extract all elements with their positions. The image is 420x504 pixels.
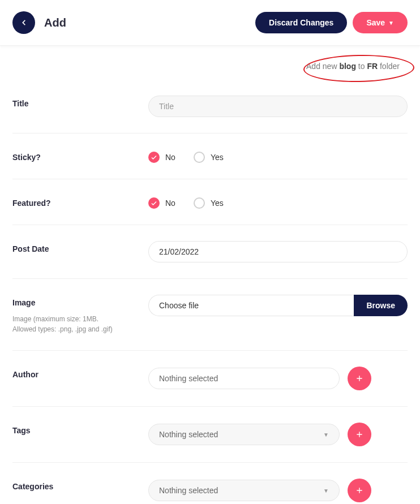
caret-down-icon: ▼	[388, 20, 394, 26]
radio-unchecked-icon	[194, 152, 205, 163]
field-col	[148, 96, 408, 117]
caret-down-icon: ▼	[323, 432, 329, 438]
plus-icon	[355, 374, 364, 383]
radio-label-no: No	[165, 153, 175, 162]
add-category-button[interactable]	[348, 479, 371, 502]
author-select-value: Nothing selected	[159, 374, 218, 383]
caret-down-icon: ▼	[323, 488, 329, 494]
radio-checked-icon	[148, 152, 160, 163]
plus-icon	[355, 430, 364, 439]
title-label: Title	[12, 96, 148, 108]
field-col	[148, 241, 408, 262]
back-button[interactable]	[12, 11, 35, 34]
radio-label-yes: Yes	[211, 153, 224, 162]
categories-select[interactable]: Nothing selected ▼	[148, 480, 340, 501]
label-col: Tags	[12, 423, 148, 446]
row-image: Image Image (maximum size: 1MB. Allowed …	[12, 279, 408, 351]
field-col: No Yes	[148, 195, 408, 209]
chevron-left-icon	[20, 19, 28, 27]
title-input[interactable]	[148, 96, 408, 117]
discard-changes-button[interactable]: Discard Changes	[255, 12, 347, 33]
tags-select-row: Nothing selected ▼	[148, 423, 408, 446]
radio-unchecked-icon	[194, 197, 205, 209]
hint-mid: to	[356, 62, 367, 71]
label-col: Categories	[12, 479, 148, 502]
field-col: Nothing selected	[148, 367, 408, 390]
categories-select-value: Nothing selected	[159, 486, 218, 495]
page-title: Add	[44, 16, 66, 29]
row-categories: Categories Nothing selected ▼	[12, 463, 408, 504]
file-chosen-text[interactable]: Choose file	[148, 295, 354, 316]
file-input-group: Choose file Browse	[148, 295, 408, 316]
context-hint-row: Add new blog to FR folder	[0, 46, 420, 80]
categories-select-row: Nothing selected ▼	[148, 479, 408, 502]
author-label: Author	[12, 367, 148, 379]
header-left: Add	[12, 11, 66, 34]
label-col: Author	[12, 367, 148, 390]
radio-checked-icon	[148, 197, 160, 209]
sticky-radio-group: No Yes	[148, 149, 408, 163]
field-col: No Yes	[148, 149, 408, 163]
add-author-button[interactable]	[348, 367, 371, 390]
tags-label: Tags	[12, 423, 148, 435]
label-col: Featured?	[12, 195, 148, 209]
header-actions: Discard Changes Save ▼	[255, 12, 408, 33]
save-button[interactable]: Save ▼	[353, 12, 408, 33]
featured-radio-group: No Yes	[148, 195, 408, 209]
categories-label: Categories	[12, 479, 148, 491]
post-date-label: Post Date	[12, 241, 148, 253]
label-col: Title	[12, 96, 148, 117]
label-col: Sticky?	[12, 149, 148, 163]
save-button-label: Save	[366, 18, 385, 27]
hint-suffix: folder	[378, 62, 400, 71]
sticky-radio-yes[interactable]: Yes	[194, 152, 224, 163]
field-col: Nothing selected ▼	[148, 423, 408, 446]
sticky-label: Sticky?	[12, 149, 148, 162]
row-sticky: Sticky? No Yes	[12, 133, 408, 179]
featured-radio-no[interactable]: No	[148, 197, 175, 209]
row-post-date: Post Date	[12, 225, 408, 279]
row-featured: Featured? No Yes	[12, 179, 408, 225]
row-tags: Tags Nothing selected ▼	[12, 407, 408, 463]
browse-button[interactable]: Browse	[354, 295, 408, 316]
author-select-row: Nothing selected	[148, 367, 408, 390]
featured-label: Featured?	[12, 195, 148, 208]
context-hint-text: Add new blog to FR folder	[298, 58, 408, 74]
plus-icon	[355, 486, 364, 495]
hint-folder: FR	[367, 62, 378, 71]
featured-radio-yes[interactable]: Yes	[194, 197, 224, 209]
field-col: Nothing selected ▼	[148, 479, 408, 502]
hint-prefix: Add new	[306, 62, 339, 71]
tags-select[interactable]: Nothing selected ▼	[148, 424, 340, 445]
label-col: Post Date	[12, 241, 148, 262]
hint-type: blog	[339, 62, 356, 71]
label-col: Image Image (maximum size: 1MB. Allowed …	[12, 295, 148, 334]
image-helper-text: Image (maximum size: 1MB. Allowed types:…	[12, 314, 114, 334]
image-label: Image	[12, 295, 148, 307]
form-area: Title Sticky? No Yes	[0, 80, 420, 504]
radio-label-no: No	[165, 199, 175, 208]
add-tag-button[interactable]	[348, 423, 371, 446]
row-author: Author Nothing selected	[12, 351, 408, 407]
post-date-input[interactable]	[148, 241, 408, 262]
row-title: Title	[12, 80, 408, 133]
author-select[interactable]: Nothing selected	[148, 368, 340, 389]
tags-select-value: Nothing selected	[159, 430, 218, 439]
page-header: Add Discard Changes Save ▼	[0, 0, 420, 46]
field-col: Choose file Browse	[148, 295, 408, 334]
radio-label-yes: Yes	[211, 199, 224, 208]
sticky-radio-no[interactable]: No	[148, 152, 175, 163]
